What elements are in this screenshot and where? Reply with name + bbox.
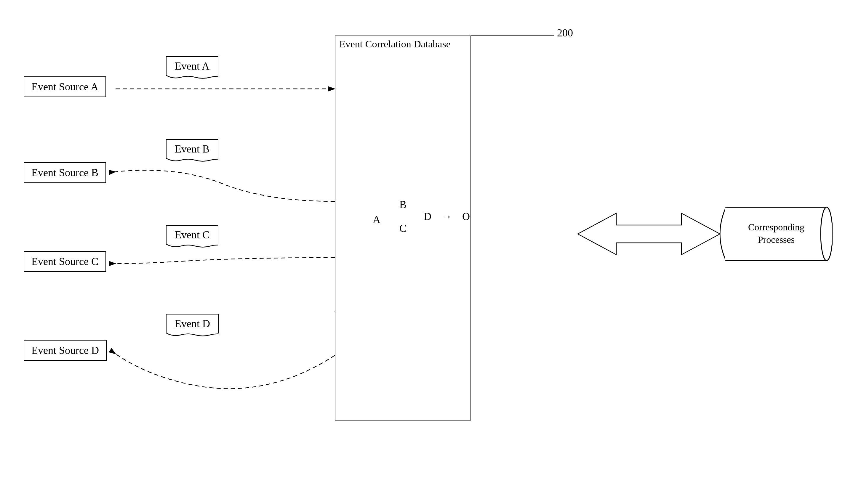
event-source-D: Event Source D <box>24 340 107 361</box>
corr-label-A: A <box>373 213 381 226</box>
corr-arrow-label: → <box>441 210 452 223</box>
event-label-D: Event D <box>166 314 219 333</box>
corr-label-B: B <box>399 198 406 211</box>
database-title: Event Correlation Database <box>339 38 451 50</box>
diagram-container: Event Correlation Database 200 A B C D →… <box>0 0 845 504</box>
event-source-C: Event Source C <box>24 251 106 272</box>
event-source-B: Event Source B <box>24 162 106 183</box>
ref-line <box>471 35 554 36</box>
event-label-A: Event A <box>166 56 218 75</box>
corr-label-O: O <box>462 210 470 223</box>
svg-marker-9 <box>578 213 720 255</box>
svg-rect-10 <box>726 207 827 260</box>
event-source-A: Event Source A <box>24 76 106 97</box>
svg-text:Processes: Processes <box>758 234 795 245</box>
corr-label-D: D <box>424 210 432 223</box>
ref-number: 200 <box>557 26 573 39</box>
corr-label-C: C <box>399 222 406 235</box>
svg-text:Corresponding: Corresponding <box>748 222 805 232</box>
event-label-B: Event B <box>166 139 218 158</box>
event-label-C: Event C <box>166 225 218 244</box>
corresponding-processes-box: Corresponding Processes <box>720 204 832 264</box>
